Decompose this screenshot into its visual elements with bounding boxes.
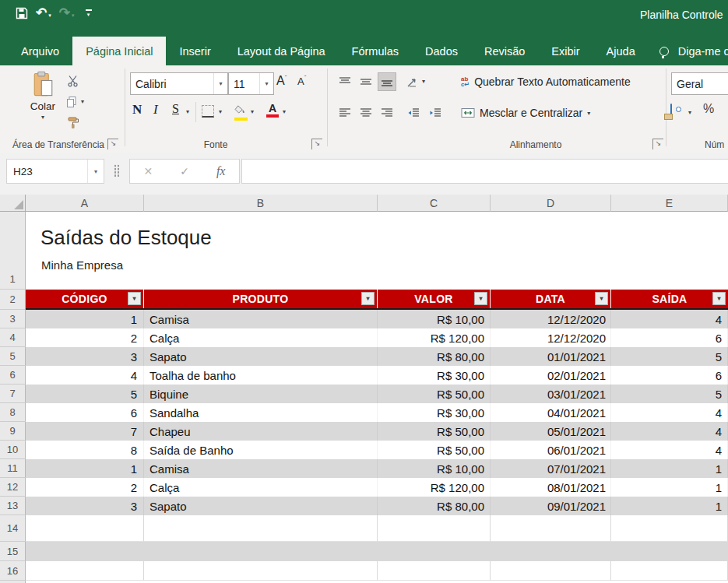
cut-button[interactable] — [66, 74, 80, 88]
font-name-select[interactable]: Calibri▾ — [130, 72, 228, 95]
empty-cell[interactable] — [26, 561, 144, 581]
cell-valor[interactable]: R$ 120,00 — [378, 328, 491, 347]
cell-produto[interactable]: Camisa — [144, 459, 378, 478]
cell-data[interactable]: 05/01/2021 — [491, 422, 611, 441]
align-top-button[interactable] — [336, 72, 354, 91]
ribbon-tab[interactable]: Dados — [412, 37, 471, 65]
cell-saida[interactable]: 5 — [611, 385, 728, 403]
redo-button[interactable]: ↷▾ — [59, 6, 75, 19]
cell-codigo[interactable]: 8 — [26, 441, 144, 459]
dialog-launcher-icon[interactable]: ↘ — [652, 139, 663, 149]
cell-data[interactable]: 07/01/2021 — [491, 459, 611, 478]
qat-customize-button[interactable]: ▾ — [83, 9, 92, 16]
percent-format-button[interactable]: % — [703, 102, 714, 116]
cell-valor[interactable]: R$ 80,00 — [378, 497, 491, 515]
ribbon-tab[interactable]: Arquivo — [8, 37, 72, 65]
cell-saida[interactable]: 4 — [611, 441, 728, 459]
cell-data[interactable]: 09/01/2021 — [491, 497, 611, 515]
dialog-launcher-icon[interactable]: ↘ — [107, 139, 118, 149]
cell-data[interactable]: 08/01/2021 — [491, 478, 611, 497]
fill-color-button[interactable] — [234, 103, 248, 121]
cell-data[interactable]: 12/12/2020 — [491, 310, 611, 328]
cell-valor[interactable]: R$ 10,00 — [378, 459, 491, 478]
cell-valor[interactable]: R$ 30,00 — [378, 366, 491, 385]
filter-button[interactable]: ▾ — [128, 292, 141, 305]
copy-button[interactable] — [65, 95, 79, 109]
cell-valor[interactable]: R$ 50,00 — [378, 385, 491, 403]
cell-saida[interactable]: 6 — [611, 366, 728, 385]
cell-produto[interactable]: Biquine — [144, 385, 378, 403]
select-all-corner[interactable] — [0, 195, 26, 212]
enter-icon[interactable]: ✓ — [180, 165, 189, 177]
column-header[interactable]: C — [378, 195, 491, 212]
ribbon-tab[interactable]: Revisão — [471, 37, 538, 65]
empty-cell[interactable] — [611, 515, 728, 542]
undo-button[interactable]: ↶▾ — [36, 6, 51, 19]
cell-data[interactable]: 01/01/2021 — [491, 347, 611, 366]
row-header[interactable]: 1 — [0, 212, 26, 290]
empty-cell[interactable] — [491, 542, 611, 561]
cell-codigo[interactable]: 1 — [26, 459, 144, 478]
cell-codigo[interactable]: 3 — [26, 497, 144, 515]
row-header[interactable]: 8 — [0, 403, 26, 422]
cell-data[interactable]: 04/01/2021 — [491, 403, 611, 422]
ribbon-tab[interactable]: Página Inicial — [72, 37, 166, 65]
cell-produto[interactable]: Calça — [144, 328, 378, 347]
empty-cell[interactable] — [491, 561, 611, 581]
cell-valor[interactable]: R$ 80,00 — [378, 347, 491, 366]
chevron-down-icon[interactable]: ▾ — [219, 108, 222, 115]
dialog-launcher-icon[interactable]: ↘ — [311, 139, 322, 149]
empty-cell[interactable] — [378, 561, 491, 581]
increase-indent-button[interactable] — [426, 104, 445, 122]
row-header[interactable]: 2 — [0, 290, 26, 310]
column-header[interactable]: B — [144, 195, 378, 212]
cell-produto[interactable]: Camisa — [144, 310, 378, 328]
row-header[interactable]: 13 — [0, 497, 26, 515]
align-middle-button[interactable] — [357, 72, 375, 91]
align-center-button[interactable] — [357, 104, 375, 122]
row-header[interactable]: 7 — [0, 385, 26, 403]
format-painter-button[interactable] — [66, 115, 80, 129]
formula-input[interactable] — [241, 159, 728, 184]
save-button[interactable] — [16, 7, 28, 19]
cell-saida[interactable]: 1 — [611, 459, 728, 478]
chevron-down-icon[interactable]: ▾ — [283, 108, 286, 115]
filter-button[interactable]: ▾ — [712, 292, 726, 305]
cell-saida[interactable]: 4 — [611, 403, 728, 422]
cell-data[interactable]: 03/01/2021 — [491, 385, 611, 403]
ribbon-tab[interactable]: Layout da Página — [224, 37, 339, 65]
cell-saida[interactable]: 5 — [611, 347, 728, 366]
cell-produto[interactable]: Toalha de banho — [144, 366, 378, 385]
cell-valor[interactable]: R$ 30,00 — [378, 403, 491, 422]
decrease-font-button[interactable]: Aˇ — [297, 76, 306, 87]
cell-data[interactable]: 12/12/2020 — [491, 328, 611, 347]
column-header[interactable]: A — [26, 195, 144, 212]
empty-cell[interactable] — [26, 542, 144, 561]
increase-font-button[interactable]: Aˆ — [276, 74, 287, 88]
merge-center-button[interactable]: Mesclar e Centralizar ▾ — [461, 107, 590, 119]
align-right-button[interactable] — [378, 104, 396, 122]
insert-function-icon[interactable]: fx — [216, 164, 226, 178]
cell-codigo[interactable]: 2 — [26, 478, 144, 497]
title-cell[interactable]: Saídas do Estoque Minha Empresa — [26, 212, 728, 290]
orientation-button[interactable] — [403, 72, 422, 91]
row-header[interactable]: 10 — [0, 441, 26, 459]
currency-format-button[interactable] — [670, 104, 686, 116]
row-header[interactable]: 12 — [0, 478, 26, 497]
chevron-down-icon[interactable]: ▾ — [688, 109, 691, 116]
drag-handle[interactable] — [114, 164, 119, 177]
cell-codigo[interactable]: 2 — [26, 328, 144, 347]
cancel-icon[interactable]: ✕ — [143, 165, 153, 177]
chevron-down-icon[interactable]: ▾ — [251, 108, 254, 115]
cell-valor[interactable]: R$ 50,00 — [378, 422, 491, 441]
cell-codigo[interactable]: 5 — [26, 385, 144, 403]
cell-saida[interactable]: 6 — [611, 328, 728, 347]
tell-me-box[interactable]: Diga-me o que vo — [678, 37, 728, 65]
cell-produto[interactable]: Sapato — [144, 497, 378, 515]
cell-produto[interactable]: Chapeu — [144, 422, 378, 441]
empty-cell[interactable] — [611, 542, 728, 561]
number-format-select[interactable]: Geral — [671, 72, 728, 95]
align-left-button[interactable] — [336, 104, 354, 122]
ribbon-tab[interactable]: Ajuda — [593, 37, 649, 65]
cell-codigo[interactable]: 4 — [26, 366, 144, 385]
